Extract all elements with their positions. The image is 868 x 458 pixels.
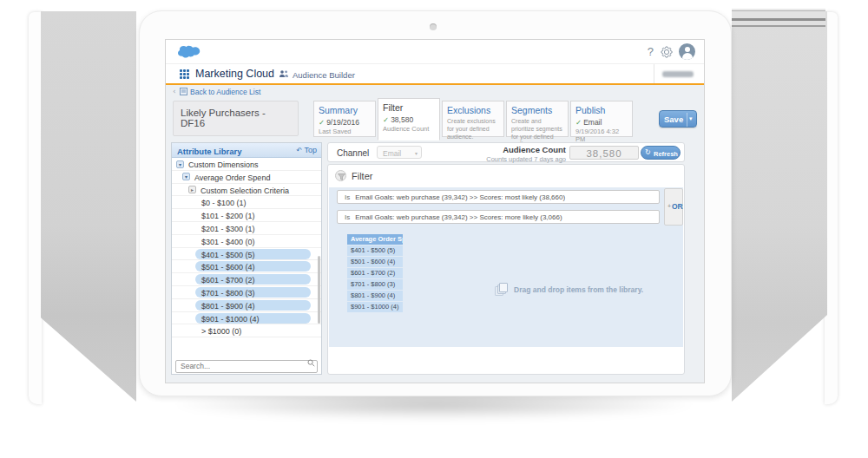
tree-item[interactable]: $0 - $100 (1) (172, 196, 321, 209)
drag-list-item[interactable]: $801 - $900 (4) (347, 291, 403, 301)
filter-funnel-icon (335, 170, 346, 181)
tree-item[interactable]: > $1000 (0) (172, 324, 321, 337)
drag-list-item[interactable]: $901 - $1000 (4) (347, 302, 403, 312)
tree-item-selected[interactable]: $801 - $900 (4) (172, 299, 321, 312)
tab-segments[interactable]: Segments Create and prioritize segments … (506, 101, 569, 137)
channel-bar: Channel Email ▾ Audience Count Counts up… (327, 142, 685, 162)
check-icon: ✓ (319, 118, 325, 127)
tree-item-selected[interactable]: $601 - $700 (2) (172, 273, 321, 286)
check-icon: ✓ (575, 118, 582, 127)
left-cover-edge (29, 12, 42, 404)
refresh-button[interactable]: ↻ Refresh (641, 146, 681, 160)
drop-hint-text: Drag and drop items from the library. (514, 285, 687, 294)
counts-updated-note: Counts updated 7 days ago (486, 155, 566, 163)
audience-builder-icon (279, 69, 289, 78)
help-icon[interactable]: ? (648, 45, 654, 58)
right-page-graphic (732, 11, 827, 402)
left-page-graphic (41, 11, 136, 402)
select-caret-icon: ▾ (415, 150, 418, 156)
drag-list-item[interactable]: $501 - $600 (4) (347, 257, 403, 267)
drag-list-header: Average Order Spend (347, 234, 403, 245)
sidebar-search (175, 357, 318, 370)
tree-item[interactable]: $101 - $200 (1) (172, 209, 321, 222)
chevron-left-icon: ‹ (173, 87, 176, 95)
back-to-audience-list-link[interactable]: Back to Audience List (190, 88, 260, 96)
audience-count-labels: Audience Count Counts updated 7 days ago (486, 145, 566, 163)
dragged-attribute-list[interactable]: Average Order Spend $401 - $500 (5) $501… (347, 234, 403, 312)
breadcrumb: ‹ Back to Audience List (166, 85, 704, 98)
drag-list-item[interactable]: $401 - $500 (5) (347, 245, 403, 256)
page: ? Marketing Cloud (0, 0, 868, 458)
app-launcher-waffle-icon[interactable] (180, 69, 189, 79)
save-dropdown-caret-icon[interactable]: ▾ (689, 115, 693, 122)
save-split-divider (687, 113, 687, 127)
tree-branch-custom-selection-criteria[interactable]: ▸ Custom Selection Criteria (172, 184, 321, 197)
gear-icon[interactable] (661, 46, 673, 58)
screen: ? Marketing Cloud (165, 39, 705, 383)
audience-list-icon (180, 88, 187, 95)
stacked-pages-edge (732, 9, 825, 29)
tab-publish[interactable]: Publish ✓Email 9/19/2016 4:32 PM (570, 101, 633, 137)
user-name-redacted (662, 71, 694, 77)
attribute-library-header: Attribute Library ↶ Top (172, 143, 321, 158)
search-icon (307, 359, 315, 367)
app-nav-bar: Marketing Cloud Audience Builder (166, 64, 704, 83)
filter-card: Filter IsEmail Goals: web purchase (39,3… (327, 164, 685, 375)
user-avatar[interactable] (679, 43, 695, 60)
user-menu[interactable] (654, 64, 704, 83)
filter-rule-row[interactable]: IsEmail Goals: web purchase (39,342) >> … (337, 190, 660, 204)
tree-branch-average-order-spend[interactable]: ▾ Average Order Spend (172, 171, 321, 184)
tree-item[interactable]: $301 - $400 (0) (172, 235, 321, 248)
tab-exclusions[interactable]: Exclusions Create exclusions for your de… (442, 101, 504, 137)
filter-rule-row[interactable]: IsEmail Goals: web purchase (39,342) >> … (337, 210, 660, 224)
audience-count-value: 38,580 (569, 146, 639, 160)
filter-title: Filter (352, 171, 372, 181)
drag-list-item[interactable]: $601 - $700 (2) (347, 268, 403, 278)
expander-open-icon[interactable]: ▾ (182, 173, 190, 180)
check-icon: ✓ (383, 115, 389, 124)
tablet-frame: ? Marketing Cloud (139, 10, 732, 396)
plus-icon: + (667, 203, 671, 209)
brand-title: Marketing Cloud (195, 68, 274, 80)
audience-count-label: Audience Count (486, 145, 566, 154)
attribute-library-title: Attribute Library (177, 147, 241, 156)
salesforce-cloud-logo (178, 43, 204, 61)
top-arrow-icon: ↶ (296, 147, 302, 154)
tab-filter[interactable]: Filter ✓38,580 Audience Count (378, 98, 440, 141)
channel-select[interactable]: Email ▾ (377, 146, 422, 159)
avatar-body-icon (682, 53, 693, 60)
expander-open-icon[interactable]: ▾ (176, 160, 184, 168)
audience-title: Likely Purchasers - DF16 (173, 101, 299, 136)
tab-summary[interactable]: Summary ✓9/19/2016 Last Saved (313, 101, 376, 137)
app-name: Audience Builder (293, 70, 355, 80)
tablet-camera-dot (430, 23, 437, 30)
tree-item-selected[interactable]: $701 - $800 (3) (172, 286, 321, 299)
sidebar-scrollbar-thumb[interactable] (318, 256, 320, 324)
tree-item-selected[interactable]: $901 - $1000 (4) (172, 312, 321, 325)
expander-closed-icon[interactable]: ▸ (188, 186, 196, 193)
avatar-head-icon (685, 47, 690, 52)
save-button[interactable]: Save ▾ (659, 110, 697, 128)
tree-item-selected[interactable]: $401 - $500 (5) (172, 248, 321, 261)
layers-icon (495, 283, 509, 297)
drag-list-item[interactable]: $701 - $800 (3) (347, 279, 403, 290)
tree-branch-custom-dimensions[interactable]: ▾ Custom Dimensions (172, 158, 321, 171)
back-to-top-link[interactable]: ↶ Top (296, 146, 317, 154)
refresh-icon: ↻ (645, 148, 651, 156)
search-input[interactable] (175, 360, 318, 373)
top-bar: ? (166, 40, 704, 64)
tree-item-selected[interactable]: $501 - $600 (4) (172, 260, 321, 273)
add-or-condition-button[interactable]: + OR (664, 188, 683, 226)
attribute-tree: ▾ Custom Dimensions ▾ Average Order Spen… (172, 158, 321, 337)
tree-item[interactable]: $201 - $300 (1) (172, 222, 321, 235)
attribute-library-panel: Attribute Library ↶ Top ▾ Custom Dimensi… (171, 142, 322, 375)
channel-label: Channel (337, 148, 369, 158)
main-panel: Channel Email ▾ Audience Count Counts up… (327, 142, 685, 375)
